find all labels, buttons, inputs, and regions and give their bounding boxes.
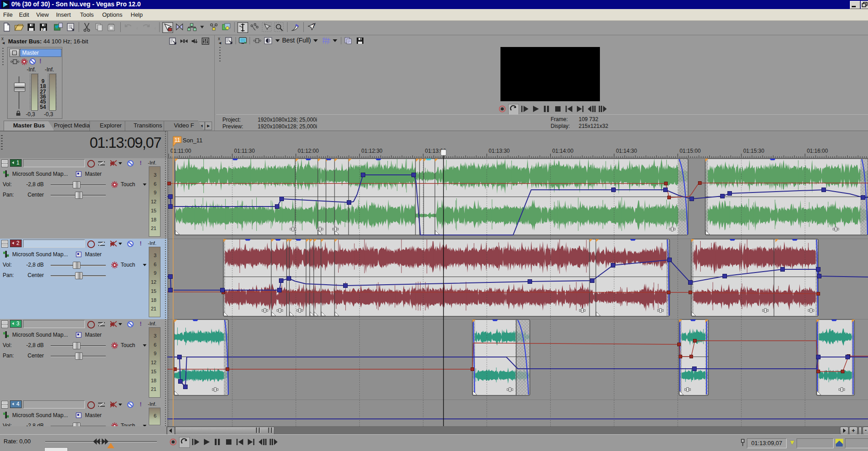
svg-text:11: 11 xyxy=(175,137,180,143)
svg-text:01:14:00: 01:14:00 xyxy=(552,148,574,154)
svg-text:?: ? xyxy=(42,27,44,32)
svg-text:01:11:00: 01:11:00 xyxy=(170,148,191,154)
svg-text:01:12:30: 01:12:30 xyxy=(361,148,382,154)
svg-text:01:11:30: 01:11:30 xyxy=(234,148,255,154)
svg-text:?: ? xyxy=(312,23,315,29)
svg-text:01:14:30: 01:14:30 xyxy=(616,148,637,154)
svg-text:01:13:30: 01:13:30 xyxy=(489,148,510,154)
svg-text:01:15:30: 01:15:30 xyxy=(743,148,764,154)
svg-text:01:12:00: 01:12:00 xyxy=(298,148,319,154)
svg-text:01:16:00: 01:16:00 xyxy=(807,148,828,154)
svg-text:Son_11: Son_11 xyxy=(183,137,203,144)
svg-text:01:15:00: 01:15:00 xyxy=(679,148,701,154)
